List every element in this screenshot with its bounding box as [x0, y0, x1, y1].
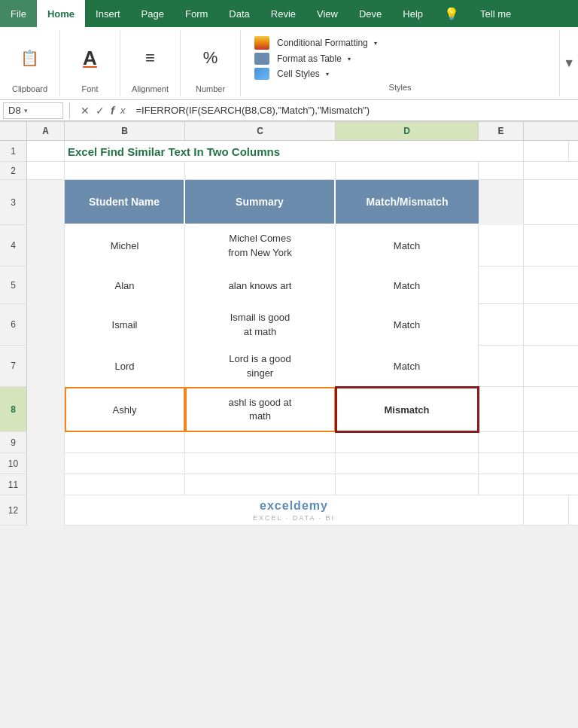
cell-d2[interactable]: [336, 162, 479, 180]
insert-function-button[interactable]: f: [111, 104, 114, 117]
cell-e8[interactable]: [479, 387, 524, 432]
cell-d10[interactable]: [336, 453, 479, 474]
cell-e3[interactable]: [479, 180, 524, 225]
cell-e10[interactable]: [479, 453, 524, 474]
row-header-12[interactable]: 12: [0, 495, 27, 525]
cell-b5[interactable]: Alan: [65, 267, 185, 304]
row-header-5[interactable]: 5: [0, 267, 27, 304]
col-header-a[interactable]: A: [27, 122, 65, 140]
cell-e9[interactable]: [479, 432, 524, 453]
cell-c7[interactable]: Lord is a good singer: [185, 346, 336, 387]
cell-c8[interactable]: ashl is good at math: [185, 387, 336, 432]
cell-ref-dropdown-arrow[interactable]: ▾: [24, 107, 28, 114]
cell-b4[interactable]: Michel: [65, 225, 185, 267]
cell-a9[interactable]: [27, 432, 65, 453]
font-button[interactable]: A: [75, 44, 105, 72]
cell-b8[interactable]: Ashly: [65, 387, 185, 432]
cell-styles-button[interactable]: Cell Styles ▾: [250, 66, 550, 81]
cell-c10[interactable]: [185, 453, 336, 474]
cell-e2[interactable]: [479, 162, 524, 180]
confirm-formula-button[interactable]: ✓: [96, 105, 105, 117]
cell-a4[interactable]: [27, 225, 65, 267]
cell-reference-box[interactable]: D8 ▾: [3, 102, 63, 119]
tab-home[interactable]: Home: [37, 0, 85, 27]
cell-d9[interactable]: [336, 432, 479, 453]
row-header-1[interactable]: 1: [0, 141, 27, 162]
cell-b6[interactable]: Ismail: [65, 304, 185, 346]
cell-a6[interactable]: [27, 304, 65, 346]
conditional-formatting-dropdown-arrow[interactable]: ▾: [374, 40, 377, 47]
row-header-10[interactable]: 10: [0, 453, 27, 474]
row-header-9[interactable]: 9: [0, 432, 27, 453]
cell-d6[interactable]: Match: [336, 304, 479, 346]
row-header-11[interactable]: 11: [0, 474, 27, 495]
cell-a3[interactable]: [27, 180, 65, 225]
tab-help[interactable]: Help: [392, 0, 434, 27]
row-header-7[interactable]: 7: [0, 346, 27, 387]
cell-c3[interactable]: Summary: [185, 180, 336, 225]
cell-a5[interactable]: [27, 267, 65, 304]
cell-b3[interactable]: Student Name: [65, 180, 185, 225]
formula-input[interactable]: [133, 105, 576, 116]
cell-a10[interactable]: [27, 453, 65, 474]
cell-c9[interactable]: [185, 432, 336, 453]
row-header-8[interactable]: 8: [0, 387, 27, 432]
col-header-c[interactable]: C: [185, 122, 336, 140]
tab-insert[interactable]: Insert: [85, 0, 131, 27]
cell-b11[interactable]: [65, 474, 185, 495]
cell-c2[interactable]: [185, 162, 336, 180]
tab-developer[interactable]: Deve: [348, 0, 392, 27]
col-header-b[interactable]: B: [65, 122, 185, 140]
cell-b9[interactable]: [65, 432, 185, 453]
row-header-2[interactable]: 2: [0, 162, 27, 180]
cell-c5[interactable]: alan knows art: [185, 267, 336, 304]
cell-e4[interactable]: [479, 225, 524, 267]
tab-lightbulb[interactable]: 💡: [434, 0, 470, 27]
row-header-3[interactable]: 3: [0, 180, 27, 225]
cell-a2[interactable]: [27, 162, 65, 180]
cell-styles-dropdown-arrow[interactable]: ▾: [326, 71, 329, 78]
cell-c6[interactable]: Ismail is good at math: [185, 304, 336, 346]
cell-a7[interactable]: [27, 346, 65, 387]
cell-a1[interactable]: [27, 141, 65, 162]
cell-e12[interactable]: [524, 495, 569, 525]
format-as-table-dropdown-arrow[interactable]: ▾: [348, 56, 351, 62]
tab-form[interactable]: Form: [175, 0, 218, 27]
clipboard-button[interactable]: 📋: [15, 44, 45, 72]
cell-b7[interactable]: Lord: [65, 346, 185, 387]
col-header-d[interactable]: D: [336, 122, 479, 140]
cell-d7[interactable]: Match: [336, 346, 479, 387]
cell-e11[interactable]: [479, 474, 524, 495]
number-button[interactable]: %: [196, 44, 226, 72]
alignment-button[interactable]: ≡: [135, 44, 166, 72]
cell-d3[interactable]: Match/Mismatch: [336, 180, 479, 225]
cell-a8[interactable]: [27, 387, 65, 432]
cell-e6[interactable]: [479, 304, 524, 346]
cell-d4[interactable]: Match: [336, 225, 479, 267]
cell-b10[interactable]: [65, 453, 185, 474]
cell-e7[interactable]: [479, 346, 524, 387]
tab-page[interactable]: Page: [131, 0, 175, 27]
tab-tell-me[interactable]: Tell me: [470, 0, 522, 27]
format-as-table-button[interactable]: Format as Table ▾: [250, 51, 550, 66]
cell-c11[interactable]: [185, 474, 336, 495]
cell-e1[interactable]: [524, 141, 569, 162]
col-header-e[interactable]: E: [479, 122, 524, 140]
cell-d11[interactable]: [336, 474, 479, 495]
tab-review[interactable]: Revie: [260, 0, 306, 27]
cell-b1[interactable]: Excel Find Similar Text In Two Columns: [65, 141, 524, 162]
cell-d8[interactable]: Mismatch: [336, 387, 479, 432]
cell-a12[interactable]: [27, 495, 65, 525]
cell-a11[interactable]: [27, 474, 65, 495]
ribbon-expand[interactable]: ▼: [560, 30, 578, 96]
tab-file[interactable]: File: [0, 0, 37, 27]
cell-d5[interactable]: Match: [336, 267, 479, 304]
tab-data[interactable]: Data: [218, 0, 260, 27]
cancel-formula-button[interactable]: ✕: [81, 105, 90, 117]
cell-c4[interactable]: Michel Comes from New York: [185, 225, 336, 267]
cell-b2[interactable]: [65, 162, 185, 180]
row-header-4[interactable]: 4: [0, 225, 27, 267]
row-header-6[interactable]: 6: [0, 304, 27, 346]
conditional-formatting-button[interactable]: Conditional Formatting ▾: [250, 35, 550, 51]
cell-e5[interactable]: [479, 267, 524, 304]
